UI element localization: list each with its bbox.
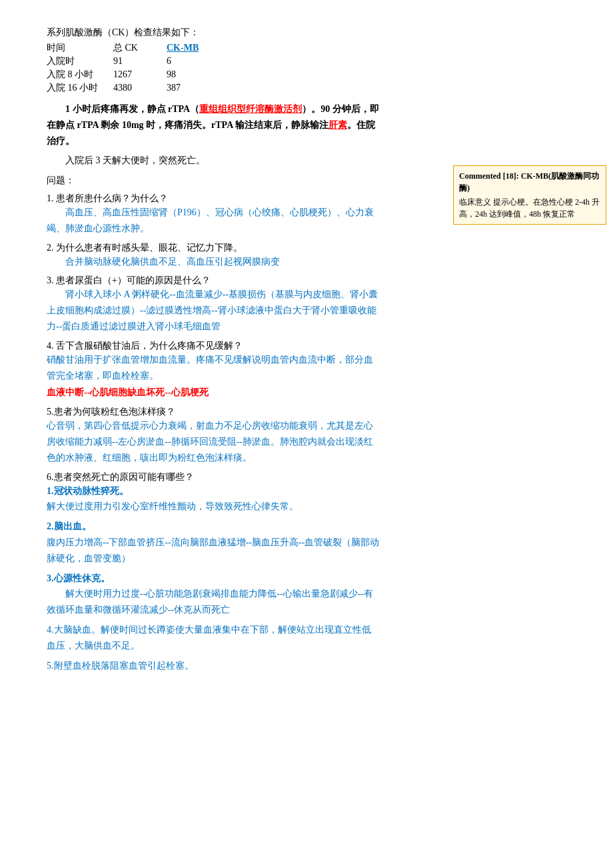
ck-8h: 1267 bbox=[113, 68, 167, 81]
q2-text: 2. 为什么患者有时感头晕、眼花、记忆力下降。 bbox=[47, 242, 380, 254]
comment-box: Commented [18]: CK-MB(肌酸激酶同功酶) 临床意义 提示心梗… bbox=[453, 165, 606, 225]
table-header-row: 时间 总 CK CK-MB bbox=[47, 41, 220, 55]
col-time: 时间 bbox=[47, 41, 113, 55]
a6-7: 4.大脑缺血。解便时间过长蹲姿使大量血液集中在下部，解便站立出现直立性低血压，大… bbox=[47, 622, 380, 654]
a6-2: 解大便过度用力引发心室纤维性颤动，导致致死性心律失常。 bbox=[47, 499, 380, 515]
time-admit: 入院时 bbox=[47, 55, 113, 68]
qa-item-3: 3. 患者尿蛋白（+）可能的原因是什么？ 肾小球入球小 A 粥样硬化--血流量减… bbox=[47, 275, 380, 334]
a6-8: 5.附壁血栓脱落阻塞血管引起栓塞。 bbox=[47, 658, 380, 674]
comment-header: Commented [18]: CK-MB(肌酸激酶同功酶) bbox=[459, 170, 600, 194]
a6-5: 3.心源性休克。 bbox=[47, 571, 380, 587]
a4-part1: 硝酸甘油用于扩张血管增加血流量。疼痛不见缓解说明血管内血流中断，部分血管完全堵塞… bbox=[47, 352, 380, 384]
time-8h: 入院 8 小时 bbox=[47, 68, 113, 81]
table-row: 入院 8 小时 1267 98 bbox=[47, 68, 220, 81]
a6-4: 腹内压力增高--下部血管挤压--流向脑部血液猛增--脑血压升高--血管破裂（脑部… bbox=[47, 535, 380, 567]
ckmb-8h: 98 bbox=[167, 68, 220, 81]
ck-16h: 4380 bbox=[113, 81, 167, 95]
ck-table: 时间 总 CK CK-MB 入院时 91 6 入院 8 小时 1267 98 入… bbox=[47, 41, 220, 95]
col-total-ck: 总 CK bbox=[113, 41, 167, 55]
ckmb-admit: 6 bbox=[167, 55, 220, 68]
questions-title: 问题： bbox=[47, 173, 380, 189]
q6-text: 6.患者突然死亡的原因可能有哪些？ bbox=[47, 471, 380, 483]
table-row: 入院时 91 6 bbox=[47, 55, 220, 68]
ckmb-16h: 387 bbox=[167, 81, 220, 95]
q4-text: 4. 舌下含服硝酸甘油后，为什么疼痛不见缓解？ bbox=[47, 340, 380, 352]
qa-item-6: 6.患者突然死亡的原因可能有哪些？ 1.冠状动脉性猝死。 解大便过度用力引发心室… bbox=[47, 471, 380, 674]
a2-text: 合并脑动脉硬化脑供血不足、高血压引起视网膜病变 bbox=[47, 254, 380, 270]
a5-text: 心音弱，第四心音低提示心力衰竭，射血力不足心房收缩功能衰弱，尤其是左心房收缩能力… bbox=[47, 418, 380, 465]
a6-3: 2.脑出血。 bbox=[47, 519, 380, 535]
qa-item-5: 5.患者为何咳粉红色泡沫样痰？ 心音弱，第四心音低提示心力衰竭，射血力不足心房收… bbox=[47, 406, 380, 465]
q1-text: 1. 患者所患什么病？为什么？ bbox=[47, 193, 380, 205]
comment-body: 临床意义 提示心梗。在急性心梗 2-4h 升高，24h 达到峰值，48h 恢复正… bbox=[459, 196, 600, 220]
table-section: 系列肌酸激酶（CK）检查结果如下： 时间 总 CK CK-MB 入院时 91 6… bbox=[47, 27, 380, 95]
text-death: 入院后 3 天解大便时，突然死亡。 bbox=[65, 155, 205, 165]
ck-admit: 91 bbox=[113, 55, 167, 68]
a6-6: 解大便时用力过度--心脏功能急剧衰竭排血能力降低--心输出量急剧减少--有效循环… bbox=[47, 586, 380, 618]
qa-item-1: 1. 患者所患什么病？为什么？ 高血压、高血压性固缩肾（P196）、冠心病（心绞… bbox=[47, 193, 380, 237]
qa-item-4: 4. 舌下含服硝酸甘油后，为什么疼痛不见缓解？ 硝酸甘油用于扩张血管增加血流量。… bbox=[47, 340, 380, 401]
table-row: 入院 16 小时 4380 387 bbox=[47, 81, 220, 95]
q3-text: 3. 患者尿蛋白（+）可能的原因是什么？ bbox=[47, 275, 380, 287]
text-heparin: 肝素 bbox=[328, 120, 347, 130]
a4-part2: 血液中断--心肌细胞缺血坏死--心肌梗死 bbox=[47, 385, 380, 401]
paragraph-rtpa: 1 小时后疼痛再发，静点 rTPA（重组组织型纤溶酶激活剂）。90 分钟后，即在… bbox=[47, 101, 380, 149]
q5-text: 5.患者为何咳粉红色泡沫样痰？ bbox=[47, 406, 380, 418]
text-rtpa-drug: 重组组织型纤溶酶激活剂 bbox=[199, 104, 302, 114]
qa-item-2: 2. 为什么患者有时感头晕、眼花、记忆力下降。 合并脑动脉硬化脑供血不足、高血压… bbox=[47, 242, 380, 270]
a6-1: 1.冠状动脉性猝死。 bbox=[47, 483, 380, 499]
a3-text: 肾小球入球小 A 粥样硬化--血流量减少--基膜损伤（基膜与内皮细胞、肾小囊上皮… bbox=[47, 287, 380, 334]
paragraph-death: 入院后 3 天解大便时，突然死亡。 bbox=[47, 153, 380, 169]
col-ck-mb: CK-MB bbox=[167, 41, 220, 55]
time-16h: 入院 16 小时 bbox=[47, 81, 113, 95]
a1-text: 高血压、高血压性固缩肾（P196）、冠心病（心绞痛、心肌梗死）、心力衰竭、肺淤血… bbox=[47, 205, 380, 237]
text-bold-rtpa: 1 小时后疼痛再发，静点 rTPA（ bbox=[65, 104, 199, 114]
table-title: 系列肌酸激酶（CK）检查结果如下： bbox=[47, 27, 380, 39]
